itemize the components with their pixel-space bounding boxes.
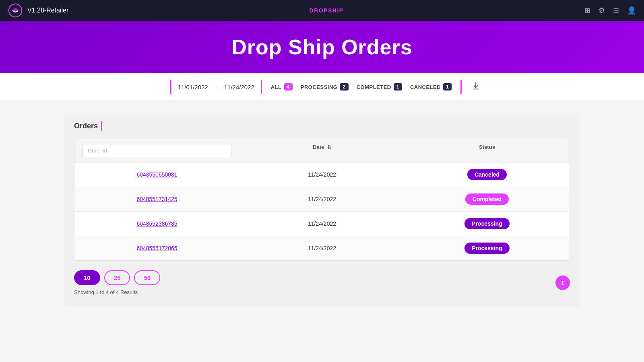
- orders-title: Orders: [74, 122, 98, 130]
- table-row: 6048552386785 11/24/2022 Processing: [74, 212, 570, 236]
- date-start[interactable]: 11/01/2022: [178, 84, 208, 90]
- col-order-id: [74, 139, 239, 162]
- date-end[interactable]: 11/24/2022: [224, 84, 254, 90]
- arrow-icon: →: [213, 83, 219, 90]
- grid-icon[interactable]: ⊟: [613, 6, 619, 15]
- nav-label: DROPSHIP: [310, 7, 344, 14]
- filter-tabs: ALL 4 PROCESSING 2 COMPLETED 1 CANCELED …: [268, 82, 454, 92]
- tab-canceled[interactable]: CANCELED 1: [408, 82, 454, 92]
- page-size-50[interactable]: 50: [134, 270, 160, 285]
- results-text: Showing 1 to 4 of 4 Results: [74, 289, 160, 295]
- order-link[interactable]: 6048555172065: [136, 245, 177, 251]
- orders-header: Orders: [74, 121, 570, 131]
- col-status: Status: [405, 139, 570, 162]
- filter-divider-mid: [261, 80, 262, 94]
- order-link[interactable]: 6048552386785: [136, 220, 177, 227]
- table-row: 6048551731425 11/24/2022 Completed: [74, 187, 570, 212]
- user-icon[interactable]: 👤: [627, 6, 636, 15]
- filter-divider-left: [170, 80, 171, 94]
- status-badge: Completed: [465, 193, 509, 205]
- pagination-row: 10 25 50 Showing 1 to 4 of 4 Results 1: [74, 270, 570, 295]
- tab-completed-count: 1: [394, 83, 402, 90]
- cell-order-id: 6048555172065: [74, 239, 239, 258]
- orders-table: Date ⇅ Status 6048550650081 11/24/2022 C…: [74, 139, 570, 261]
- col-date: Date ⇅: [239, 139, 405, 162]
- cell-status: Completed: [405, 187, 570, 211]
- table-row: 6048550650081 11/24/2022 Canceled: [74, 162, 570, 187]
- tab-canceled-count: 1: [443, 83, 452, 90]
- topnav: V1.28-Retailer DROPSHIP ⊞ ⚙ ⊟ 👤: [0, 0, 644, 21]
- filter-divider-right: [460, 80, 462, 94]
- order-link[interactable]: 6048551731425: [136, 196, 177, 202]
- order-link[interactable]: 6048550650081: [136, 171, 177, 178]
- topnav-left: V1.28-Retailer: [8, 3, 68, 18]
- hero-banner: Drop Ship Orders: [0, 21, 644, 73]
- page-1-button[interactable]: 1: [555, 276, 570, 290]
- cell-date: 11/24/2022: [239, 214, 405, 233]
- cell-date: 11/24/2022: [239, 189, 405, 209]
- table-header: Date ⇅ Status: [74, 139, 570, 162]
- tab-processing[interactable]: PROCESSING 2: [298, 82, 351, 92]
- tab-completed[interactable]: COMPLETED 1: [354, 82, 405, 92]
- gear-icon[interactable]: ⚙: [599, 6, 605, 15]
- orders-card: Orders Date ⇅ Status 6048550650081: [64, 113, 580, 307]
- page-title: Drop Ship Orders: [231, 35, 412, 59]
- sort-icon[interactable]: ⇅: [327, 144, 331, 150]
- filter-bar: 11/01/2022 → 11/24/2022 ALL 4 PROCESSING…: [0, 73, 644, 101]
- topnav-right: ⊞ ⚙ ⊟ 👤: [584, 6, 636, 15]
- tab-all[interactable]: ALL 4: [268, 82, 295, 92]
- tab-canceled-label: CANCELED: [410, 84, 441, 90]
- status-badge: Processing: [464, 218, 509, 229]
- status-badge: Processing: [464, 243, 509, 254]
- tab-processing-label: PROCESSING: [301, 84, 338, 90]
- page-numbers: 1: [555, 276, 570, 290]
- orders-title-bar: [101, 121, 102, 131]
- app-title: V1.28-Retailer: [27, 7, 68, 14]
- tab-completed-label: COMPLETED: [357, 84, 391, 90]
- cell-order-id: 6048551731425: [74, 189, 239, 209]
- cell-status: Processing: [405, 236, 570, 260]
- page-size-buttons: 10 25 50: [74, 270, 160, 285]
- date-range: 11/01/2022 → 11/24/2022: [178, 83, 254, 90]
- main-content: Orders Date ⇅ Status 6048550650081: [56, 113, 588, 307]
- tab-all-label: ALL: [271, 84, 282, 90]
- page-size-10[interactable]: 10: [74, 270, 100, 285]
- cell-status: Processing: [405, 212, 570, 236]
- logo-icon: [8, 3, 23, 18]
- download-button[interactable]: [471, 82, 480, 92]
- tab-processing-count: 2: [340, 83, 348, 90]
- table-row: 6048555172065 11/24/2022 Processing: [74, 236, 570, 260]
- download-icon: [471, 82, 480, 90]
- table-icon[interactable]: ⊞: [584, 6, 590, 15]
- cell-date: 11/24/2022: [239, 165, 405, 184]
- page-size-25[interactable]: 25: [104, 270, 130, 285]
- cell-date: 11/24/2022: [239, 239, 405, 258]
- search-input[interactable]: [83, 144, 231, 157]
- status-badge: Canceled: [467, 169, 507, 180]
- date-col-label: Date: [313, 144, 324, 150]
- cell-order-id: 6048550650081: [74, 165, 239, 184]
- cell-status: Canceled: [405, 162, 570, 187]
- tab-all-count: 4: [284, 83, 293, 90]
- cell-order-id: 6048552386785: [74, 214, 239, 233]
